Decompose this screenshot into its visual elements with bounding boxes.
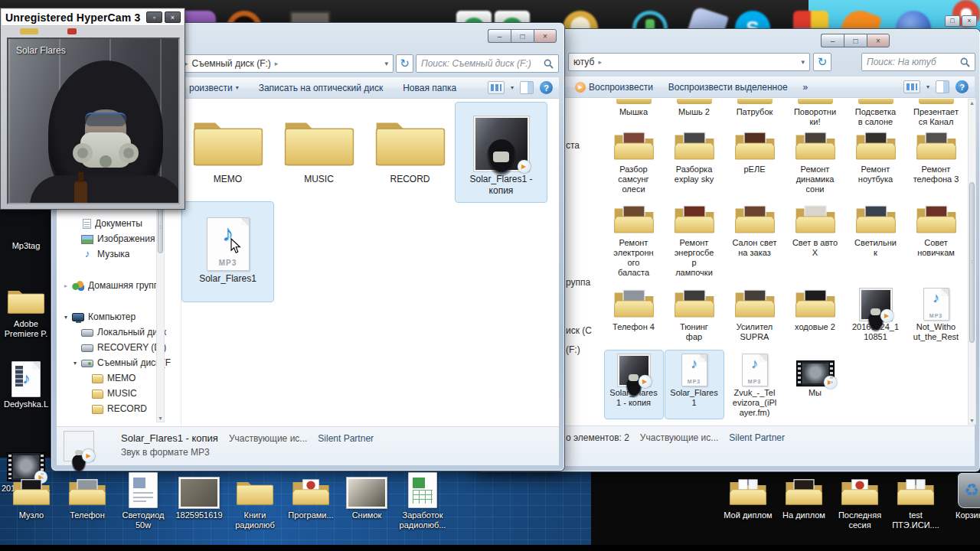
desktop-icon[interactable]: test ПТЭ.ИСИ.... [889, 471, 942, 530]
help-button[interactable]: ? [540, 81, 553, 94]
hypercam-window[interactable]: Unregistered HyperCam 3 ▫ × Solar Flares [0, 8, 185, 210]
background-window-caption[interactable]: □ × [943, 15, 977, 27]
breadcrumb[interactable]: Съемный диск (F:) [192, 58, 271, 69]
mouse-cursor [230, 238, 242, 254]
toolbar-overflow-chevron[interactable]: » [803, 82, 808, 93]
vertical-scrollbar[interactable]: ▲ ▼ [968, 99, 976, 425]
file-item[interactable]: Салон свет на заказ [726, 201, 784, 279]
expander-icon[interactable]: ▸ [64, 282, 72, 289]
desktop-icon[interactable]: Последняя сесия [833, 471, 887, 530]
close-button[interactable]: × [165, 11, 181, 23]
desktop-icon[interactable]: ♪ Dedyshka.L [0, 360, 52, 409]
desktop-icon[interactable]: Adobe Premiere P. [0, 280, 52, 339]
file-item[interactable]: RECORD [364, 103, 456, 202]
expander-icon[interactable]: ▾ [74, 360, 81, 367]
help-button[interactable]: ? [956, 80, 969, 93]
file-item[interactable]: Ремонт энергосбе р лампочки [665, 201, 724, 279]
file-item[interactable]: MUSIC [273, 103, 364, 202]
file-item[interactable]: ▶ Мы [786, 350, 844, 419]
file-item[interactable]: Свет в авто X [786, 201, 844, 279]
bg-close-icon[interactable]: × [962, 15, 977, 27]
refresh-button[interactable]: ↻ [813, 53, 831, 71]
address-dropdown-icon[interactable]: ▾ [801, 58, 805, 66]
desktop-icon[interactable]: Светодиод 50w [116, 471, 170, 530]
folder-icon [191, 112, 266, 171]
file-item[interactable]: ♪MP3 Solar_Flares 1 [665, 350, 724, 419]
play-selected-button[interactable]: Воспроизвести выделенное [668, 82, 788, 93]
music-icon: ♪ [81, 249, 93, 259]
burn-disc-button[interactable]: Записать на оптический диск [259, 83, 384, 93]
desktop-icon[interactable]: На диплом [777, 471, 831, 530]
file-grid-row: Телефон 4 Тюнинг фар Усилител SUPRA ходо… [603, 285, 966, 343]
file-item[interactable]: Патрубок [726, 98, 784, 128]
views-button[interactable] [488, 81, 505, 94]
file-item[interactable]: Совет новичкам [907, 201, 965, 279]
minimize-button[interactable]: – [821, 34, 844, 47]
desktop-icon[interactable]: 1825951619 [172, 471, 226, 530]
close-button[interactable]: × [867, 34, 890, 47]
scroll-up-icon[interactable]: ▲ [969, 100, 975, 106]
file-item[interactable]: Ремонт телефона 3 [907, 127, 965, 195]
address-dropdown-icon[interactable]: ▾ [384, 60, 388, 67]
preview-pane-button[interactable] [520, 81, 534, 94]
desktop-icon[interactable]: Телефон [60, 471, 114, 530]
desktop-icon[interactable]: Снимок [340, 471, 394, 530]
desktop-icon[interactable]: Музло [5, 471, 58, 530]
file-item[interactable]: Мышь 2 [665, 98, 724, 128]
file-item[interactable]: Мышка [605, 98, 663, 128]
play-button[interactable]: ▶ Воспроизвести [575, 82, 653, 93]
file-item[interactable]: ♪MP3 Not_Witho ut_the_Rest [907, 285, 965, 343]
desktop-icon[interactable]: Мой диплом [721, 471, 775, 530]
scroll-down-icon[interactable]: ▼ [157, 416, 164, 421]
file-item[interactable]: ♪MP3 Zvuk_-_Tel evizora_(iPl ayer.fm) [726, 350, 784, 419]
file-item[interactable]: Светильни к [847, 201, 905, 279]
views-dropdown-icon[interactable]: ▾ [926, 83, 929, 90]
address-bar[interactable]: ютуб ▸ ▾ [568, 53, 810, 71]
file-item[interactable]: Тюнинг фар [665, 285, 724, 343]
desktop-icon[interactable]: ♻ Корзина [945, 471, 980, 530]
new-folder-button[interactable]: Новая папка [403, 83, 456, 93]
file-item[interactable]: Презентает ся Канал [907, 98, 965, 128]
views-button[interactable] [903, 80, 920, 93]
file-item[interactable]: Разбор самсунг олеси [605, 127, 663, 195]
minimize-button[interactable]: ▫ [146, 11, 162, 23]
file-item[interactable]: ходовые 2 [786, 285, 844, 343]
maximize-button[interactable]: □ [844, 34, 867, 47]
file-item[interactable]: ▶ 20160324_1 10851 [847, 285, 905, 343]
file-item[interactable]: ▶ Solar_Flares 1 - копия [605, 350, 663, 419]
preview-pane-button[interactable] [936, 80, 949, 93]
scrollbar-thumb[interactable] [158, 203, 163, 253]
play-button-partial[interactable]: роизвести ▾ [189, 83, 239, 93]
file-item[interactable]: Телефон 4 [605, 285, 663, 343]
minimize-button[interactable]: – [488, 29, 511, 43]
address-bar[interactable]: ▸ Съемный диск (F:) ▸ ▾ [179, 54, 394, 73]
desktop-icon[interactable]: Програми... [284, 471, 338, 530]
close-button[interactable]: × [534, 29, 557, 43]
file-item[interactable]: ▶ Solar_Flares1 - копия [456, 103, 547, 202]
scrollbar-thumb[interactable] [969, 182, 975, 343]
hypercam-titlebar[interactable]: Unregistered HyperCam 3 ▫ × [2, 9, 184, 26]
file-item[interactable]: Поворотни ки! [786, 98, 844, 128]
file-item[interactable]: Подсветка в салоне [847, 98, 905, 128]
file-item[interactable]: MEMO [182, 103, 273, 202]
file-item[interactable]: Усилител SUPRA [726, 285, 784, 343]
file-item[interactable]: рЕЛЕ [726, 127, 784, 195]
file-item[interactable]: Ремонт динамика сони [786, 127, 844, 195]
maximize-button[interactable]: □ [511, 29, 534, 43]
search-placeholder: Поиск: На ютуб [867, 57, 936, 67]
expander-icon[interactable]: ▾ [64, 314, 72, 321]
search-box[interactable]: Поиск: На ютуб [861, 53, 975, 71]
views-dropdown-icon[interactable]: ▾ [511, 84, 514, 91]
file-item[interactable]: Разборка explay sky [665, 127, 724, 195]
desktop-icon[interactable]: Заработок радиолюб... [396, 471, 449, 530]
bg-maximize-icon[interactable]: □ [945, 15, 960, 27]
nav-scrollbar[interactable]: ▼ [156, 201, 165, 422]
file-item[interactable]: Ремонт ноутбука [847, 127, 905, 195]
scroll-down-icon[interactable]: ▼ [969, 418, 975, 423]
file-item[interactable]: Ремонт электронн ого баласта [605, 201, 663, 279]
desktop-icon[interactable]: Книги радиолюб [228, 471, 282, 530]
breadcrumb[interactable]: ютуб [573, 57, 594, 67]
file-item[interactable]: ♪MP3 Solar_Flares1 [182, 202, 273, 302]
refresh-button[interactable]: ↻ [396, 54, 413, 73]
search-box[interactable]: Поиск: Съемный диск (F:) [416, 54, 559, 73]
